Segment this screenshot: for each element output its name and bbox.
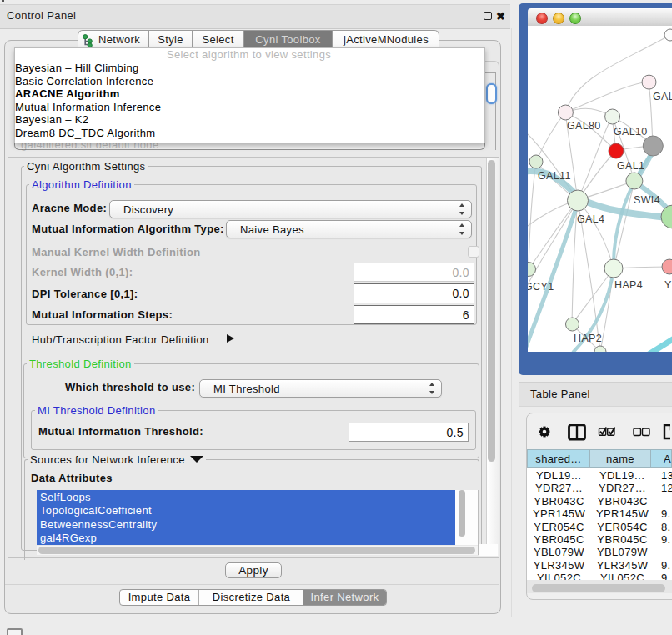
svg-text:GAL11: GAL11 <box>538 170 571 182</box>
svg-text:GAL4: GAL4 <box>577 213 604 225</box>
svg-text:GAL80: GAL80 <box>567 120 601 132</box>
svg-text:GAL10: GAL10 <box>614 126 648 138</box>
svg-text:GAL2: GAL2 <box>653 91 672 102</box>
svg-text:GCY1: GCY1 <box>528 281 554 292</box>
svg-text:HAP2: HAP2 <box>574 332 602 344</box>
svg-text:Y: Y <box>664 279 672 291</box>
svg-text:SWI4: SWI4 <box>634 194 660 206</box>
svg-text:GAL1: GAL1 <box>617 160 644 172</box>
svg-text:HAP4: HAP4 <box>614 279 643 291</box>
